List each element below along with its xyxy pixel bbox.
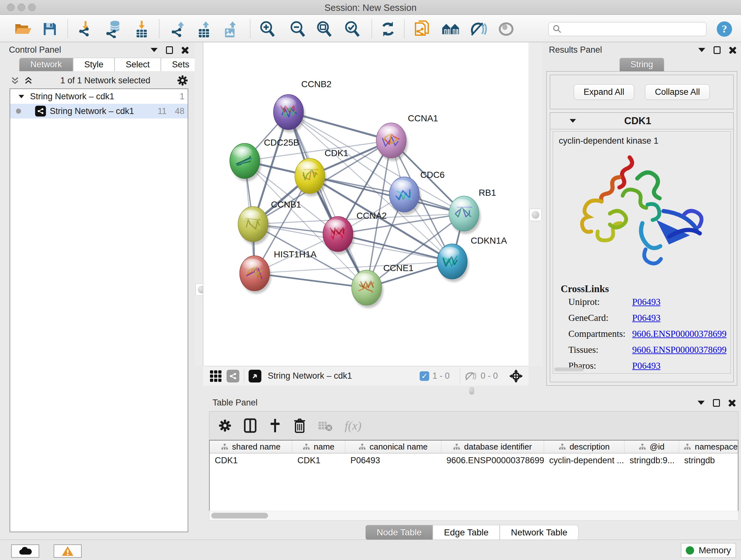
node-label-CDC6: CDC6 [420, 170, 445, 180]
close-panel-icon[interactable] [728, 399, 736, 407]
node-label-CCNB2: CCNB2 [301, 79, 332, 89]
control-panel-tabs: Network Style Select Sets [19, 58, 200, 71]
string-import-icon[interactable] [414, 21, 431, 37]
search-input[interactable] [548, 22, 706, 36]
tab-string[interactable]: String [619, 58, 664, 71]
table-row[interactable]: CDK1CDK1P064939606.ENSP00000378699cyclin… [210, 453, 738, 468]
eye-icon[interactable] [497, 21, 515, 37]
column-header-description[interactable]: description [544, 441, 624, 453]
import-table-icon[interactable] [133, 21, 151, 37]
crosslink-link[interactable]: 9606.ENSP00000378699 [632, 328, 727, 339]
collapse-all-icon[interactable] [10, 76, 20, 85]
tab-network[interactable]: Network [19, 58, 73, 71]
node-CCNE1[interactable]: CCNE1 [352, 263, 414, 308]
svg-text:?: ? [722, 23, 727, 35]
network-label: String Network – cdk1 [50, 106, 134, 116]
column-header-canonical-name[interactable]: canonical name [345, 441, 441, 453]
tab-select[interactable]: Select [115, 58, 161, 71]
table-hscrollbar-thumb[interactable] [211, 513, 268, 518]
crosslink-link[interactable]: 9606.ENSP00000378699 [632, 345, 727, 355]
crosslink-link[interactable]: P06493 [632, 313, 661, 323]
zoom-selected-icon[interactable] [343, 21, 361, 37]
hidden-eye-icon[interactable] [465, 371, 477, 381]
node-RB1[interactable]: RB1 [449, 188, 496, 234]
function-builder-icon[interactable]: f(x) [345, 419, 361, 433]
delete-column-icon[interactable] [293, 418, 306, 433]
selected-checkbox-icon[interactable]: ✓ [420, 371, 429, 381]
node-CCNB2[interactable]: CCNB2 [273, 79, 332, 132]
zoom-out-icon[interactable] [289, 21, 307, 37]
tab-edge-table[interactable]: Edge Table [433, 525, 500, 540]
crosslink-link[interactable]: P06493 [632, 361, 661, 371]
pan-crosshair-icon[interactable] [509, 369, 523, 383]
detach-view-icon[interactable] [249, 370, 261, 382]
column-header-name[interactable]: name [292, 441, 345, 453]
options-gear-icon[interactable] [177, 75, 188, 86]
node-table[interactable]: shared namenamecanonical namedatabase id… [209, 440, 738, 513]
zoom-in-icon[interactable] [259, 21, 276, 37]
float-panel-icon[interactable] [166, 46, 173, 54]
right-splitter[interactable] [529, 43, 542, 366]
refresh-icon[interactable] [379, 21, 397, 37]
export-image-icon[interactable] [222, 21, 240, 37]
float-panel-icon[interactable] [714, 46, 721, 54]
column-header-database-identifier[interactable]: database identifier [441, 441, 544, 453]
node-CDC6[interactable]: CDC6 [389, 170, 445, 215]
close-panel-icon[interactable] [181, 46, 189, 54]
float-panel-icon[interactable] [713, 399, 720, 407]
save-session-icon[interactable] [41, 21, 59, 37]
main-toolbar: ? [0, 15, 741, 42]
collection-expand-icon[interactable] [18, 95, 24, 98]
panel-menu-icon[interactable] [151, 48, 158, 52]
export-table-icon[interactable] [196, 21, 214, 37]
import-database-icon[interactable] [105, 21, 123, 37]
expand-all-button[interactable]: Expand All [574, 84, 634, 100]
panel-menu-icon[interactable] [697, 401, 704, 405]
column-header-shared-name[interactable]: shared name [210, 441, 292, 453]
network-overview-icon[interactable] [226, 370, 239, 382]
node-CDC25B[interactable]: CDC25B [230, 138, 299, 181]
table-gear-icon[interactable] [218, 419, 232, 432]
tab-network-table[interactable]: Network Table [500, 525, 579, 540]
cloud-button[interactable] [11, 544, 39, 558]
hide-unhide-eye-icon[interactable] [470, 21, 488, 37]
hidden-count: 0 - 0 [481, 371, 498, 381]
column-header--id[interactable]: @id [624, 441, 679, 453]
network-nodes[interactable]: CCNB2CCNA1CDC25BCDK1CDC6RB1CCNB1CCNA2CDK… [230, 79, 507, 308]
show-columns-icon[interactable] [244, 418, 257, 433]
string-network-graph[interactable]: CCNB2CCNA1CDC25BCDK1CDC6RB1CCNB1CCNA2CDK… [203, 43, 529, 366]
node-CDKN1A[interactable]: CDKN1A [437, 236, 507, 282]
string-query-houses-icon[interactable] [442, 21, 460, 37]
add-column-icon[interactable] [269, 418, 281, 433]
delete-table-icon[interactable] [318, 420, 333, 431]
results-hscrollbar[interactable] [554, 368, 584, 371]
import-network-icon[interactable] [77, 21, 94, 37]
help-icon[interactable]: ? [716, 21, 733, 37]
node-CCNA1[interactable]: CCNA1 [376, 113, 438, 161]
panel-menu-icon[interactable] [698, 48, 705, 52]
network-row[interactable]: String Network – cdk1 11 48 [10, 104, 188, 118]
open-session-icon[interactable] [14, 21, 32, 37]
grid-view-icon[interactable] [210, 370, 221, 382]
column-header-namespace[interactable]: namespace [679, 441, 738, 453]
cloud-icon [18, 546, 32, 556]
network-canvas[interactable]: CCNB2CCNA1CDC25BCDK1CDC6RB1CCNB1CCNA2CDK… [203, 43, 529, 366]
right-splitter-handle[interactable] [530, 209, 541, 221]
network-collection-row[interactable]: String Network – cdk1 1 [10, 89, 188, 104]
warnings-button[interactable] [54, 544, 82, 558]
entry-expand-icon[interactable] [569, 119, 576, 123]
table-hscrollbar[interactable] [209, 511, 738, 520]
export-network-icon[interactable] [170, 21, 188, 37]
horizontal-splitter-handle[interactable] [469, 387, 474, 395]
memory-label: Memory [698, 545, 731, 556]
collapse-all-button[interactable]: Collapse All [645, 84, 710, 100]
crosslink-link[interactable]: P06493 [632, 297, 661, 307]
tab-style[interactable]: Style [73, 58, 115, 71]
close-panel-icon[interactable] [729, 46, 737, 54]
entry-header[interactable]: CDK1 [550, 113, 733, 129]
window-title: Session: New Session [0, 3, 741, 13]
tab-node-table[interactable]: Node Table [365, 525, 433, 540]
zoom-fit-icon[interactable] [315, 21, 333, 37]
expand-all-icon[interactable] [23, 76, 34, 85]
memory-button[interactable]: Memory [681, 543, 736, 558]
